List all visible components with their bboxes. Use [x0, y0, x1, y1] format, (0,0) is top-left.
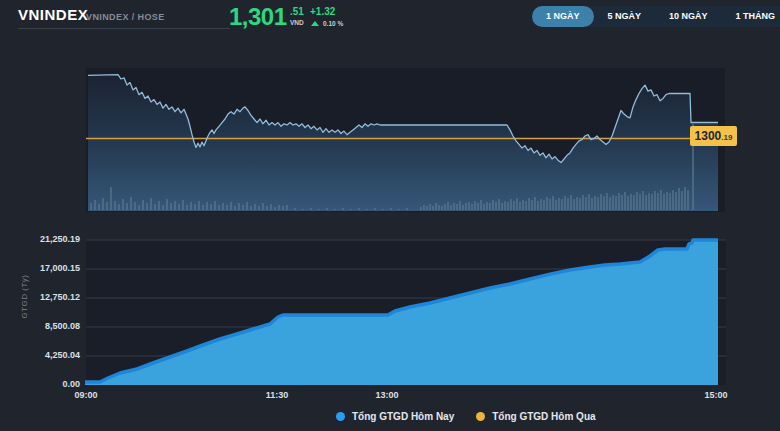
xtick-1130: 11:30 [266, 390, 289, 400]
volume-bar [262, 203, 264, 210]
volume-bar [606, 193, 608, 210]
volume-bar [501, 203, 503, 210]
charts-canvas [0, 0, 780, 431]
volume-bar [525, 201, 527, 210]
ytick-21250: 21,250.19 [0, 234, 80, 244]
volume-bar [678, 188, 680, 210]
volume-bar [182, 200, 184, 210]
volume-bar [178, 204, 180, 210]
volume-bar [474, 201, 476, 210]
volume-bar [516, 198, 518, 210]
volume-bar [669, 193, 671, 210]
volume-bar [258, 206, 260, 210]
volume-bar [627, 196, 629, 210]
volume-bar [681, 191, 683, 210]
volume-bar [639, 194, 641, 210]
legend: Tổng GTGD Hôm Nay Tổng GTGD Hôm Qua [336, 411, 596, 422]
volume-bar [498, 199, 500, 210]
volume-bar [684, 187, 686, 210]
volume-bar [561, 199, 563, 210]
gtgd-axis-title: GTGD (Tỷ) [20, 257, 29, 337]
volume-bar [558, 198, 560, 210]
volume-bar [675, 192, 677, 210]
volume-bar [528, 198, 530, 210]
volume-bar [202, 205, 204, 210]
volume-bar [504, 201, 506, 210]
volume-bar [218, 205, 220, 210]
volume-bar [579, 198, 581, 210]
volume-bar [492, 200, 494, 210]
volume-bar [648, 193, 650, 210]
volume-bar [564, 196, 566, 210]
volume-bar [549, 199, 551, 210]
volume-bar [447, 202, 449, 210]
volume-bar [642, 191, 644, 210]
volume-bar [543, 200, 545, 210]
yesterday-close-tag: 1300 .19 [690, 126, 737, 146]
volume-bar [194, 204, 196, 210]
volume-bar [444, 204, 446, 210]
volume-bar [294, 208, 296, 210]
volume-bar [126, 203, 128, 210]
volume-bar [150, 198, 152, 210]
volume-bar [477, 203, 479, 210]
volume-bar [666, 192, 668, 210]
volume-bar [456, 204, 458, 210]
volume-bar [423, 205, 425, 210]
volume-bar [468, 202, 470, 210]
volume-bar [633, 195, 635, 210]
yesterday-close-decimals: .19 [721, 133, 732, 142]
volume-bar [166, 199, 168, 210]
volume-bar [174, 201, 176, 210]
volume-bar [618, 193, 620, 210]
volume-bar [657, 193, 659, 210]
volume-bar [102, 198, 104, 210]
legend-label-today: Tổng GTGD Hôm Nay [352, 411, 454, 422]
volume-bar [350, 209, 352, 210]
volume-bar [114, 201, 116, 210]
volume-bar [266, 206, 268, 210]
volume-bar [214, 201, 216, 210]
volume-bar [246, 202, 248, 210]
volume-bar [106, 202, 108, 210]
volume-bar [609, 197, 611, 210]
volume-bar [519, 202, 521, 210]
volume-bar [210, 204, 212, 210]
volume-bar [334, 209, 336, 210]
volume-bar [552, 196, 554, 210]
volume-bar [582, 195, 584, 210]
xtick-0900: 09:00 [74, 390, 97, 400]
volume-bar [450, 205, 452, 210]
volume-bar [134, 202, 136, 210]
volume-bar [254, 204, 256, 210]
volume-bar [374, 208, 376, 210]
yesterday-close-value: 1300 [695, 129, 722, 143]
volume-bar [588, 194, 590, 210]
legend-item-yesterday[interactable]: Tổng GTGD Hôm Qua [476, 411, 595, 422]
volume-bar [453, 203, 455, 210]
volume-bar [382, 209, 384, 210]
volume-bar [573, 199, 575, 210]
volume-bar [282, 206, 284, 210]
volume-bar [302, 209, 304, 210]
volume-bar [486, 202, 488, 210]
volume-bar [636, 192, 638, 210]
volume-bar [462, 205, 464, 210]
volume-bar [278, 205, 280, 210]
volume-bar [398, 209, 400, 210]
legend-item-today[interactable]: Tổng GTGD Hôm Nay [336, 411, 454, 422]
volume-bar [98, 204, 100, 210]
volume-bar [621, 195, 623, 210]
blue-dot-icon [336, 412, 345, 421]
volume-bar [624, 192, 626, 210]
volume-bar [190, 202, 192, 210]
volume-bar [687, 190, 689, 210]
volume-bar [510, 199, 512, 210]
volume-bar [234, 206, 236, 210]
volume-bar [286, 205, 288, 210]
volume-bar [570, 195, 572, 210]
volume-bar [226, 205, 228, 210]
volume-bar [130, 197, 132, 210]
legend-label-yesterday: Tổng GTGD Hôm Qua [492, 411, 595, 422]
volume-bar [366, 209, 368, 210]
